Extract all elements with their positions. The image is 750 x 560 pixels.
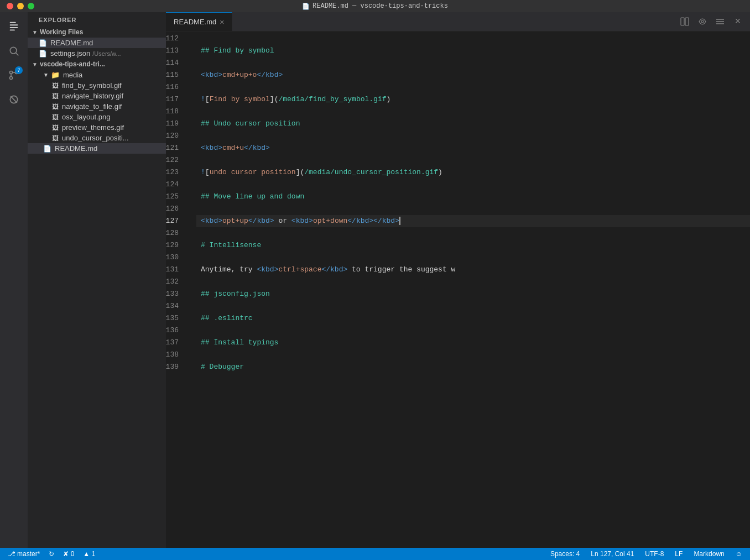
working-files-section[interactable]: ▼ Working Files	[28, 27, 166, 38]
code-line-135: ## .eslintrc	[196, 312, 750, 325]
svg-rect-1	[10, 24, 18, 25]
code-line-125: ## Move line up and down	[196, 191, 750, 203]
svg-point-6	[10, 71, 13, 74]
status-left: ⎇ master* ↻ ✘ 0 ▲ 1	[6, 548, 97, 560]
line-num-130: 130	[166, 252, 188, 264]
media-folder-arrow: ▼	[43, 72, 49, 78]
line-num-119: 119	[166, 118, 188, 130]
code-line-129: # Intellisense	[196, 239, 750, 252]
tab-close-icon[interactable]: ×	[220, 18, 224, 27]
line-num-135: 135	[166, 312, 188, 325]
svg-point-15	[701, 20, 704, 23]
split-editor-button[interactable]	[677, 14, 692, 29]
code-line-132	[196, 276, 750, 288]
more-actions-button[interactable]	[712, 14, 728, 29]
line-num-123: 123	[166, 166, 188, 179]
media-file-icon-1: 🖼	[52, 92, 59, 100]
face-status[interactable]: ☺	[733, 548, 744, 560]
line-col-status[interactable]: Ln 127, Col 41	[588, 548, 636, 560]
tab-actions: ×	[677, 12, 750, 31]
code-line-121: <kbd>cmd+u</kbd>	[196, 142, 750, 154]
close-dot[interactable]	[7, 3, 13, 9]
svg-rect-3	[10, 30, 15, 31]
media-file-3[interactable]: 🖼 osx_layout.png	[28, 112, 166, 122]
language-status[interactable]: Markdown	[691, 548, 726, 560]
sidebar-item-settings-working[interactable]: 📄 settings.json /Users/w...	[28, 48, 166, 59]
line-num-133: 133	[166, 288, 188, 300]
code-line-139: # Debugger	[196, 361, 750, 373]
sidebar-item-readme-project[interactable]: 📄 README.md	[28, 143, 166, 154]
code-line-130	[196, 252, 750, 264]
code-line-134	[196, 300, 750, 312]
sidebar-header: Explorer	[28, 12, 166, 27]
code-line-126	[196, 203, 750, 215]
project-folder-section[interactable]: ▼ vscode-tips-and-tri...	[28, 59, 166, 70]
line-ending-status[interactable]: LF	[673, 548, 685, 560]
code-line-114	[196, 57, 750, 69]
code-line-123: ![undo cursor position](/media/undo_curs…	[196, 166, 750, 179]
code-line-133: ## jsconfig.json	[196, 288, 750, 300]
media-file-5[interactable]: 🖼 undo_cursor_positi...	[28, 133, 166, 143]
debug-activity-icon[interactable]	[4, 90, 24, 109]
open-preview-button[interactable]	[695, 14, 710, 29]
svg-line-12	[11, 96, 17, 103]
code-line-127: <kbd>opt+up</kbd> or <kbd>opt+down</kbd>…	[196, 215, 750, 227]
readme-file-icon: 📄	[39, 39, 47, 47]
line-num-131: 131	[166, 264, 188, 276]
language-label: Markdown	[694, 550, 724, 558]
svg-point-4	[10, 47, 17, 54]
media-file-1[interactable]: 🖼 navigate_history.gif	[28, 91, 166, 101]
sync-status[interactable]: ↻	[46, 548, 56, 560]
explorer-activity-icon[interactable]	[4, 17, 24, 36]
code-line-122	[196, 154, 750, 166]
line-num-128: 128	[166, 227, 188, 239]
code-content[interactable]: ## Find by symbol <kbd>cmd+up+o</kbd> ![…	[196, 32, 750, 548]
window-controls[interactable]	[7, 3, 34, 9]
media-file-2[interactable]: 🖼 navigate_to_file.gif	[28, 101, 166, 112]
project-arrow: ▼	[32, 61, 38, 67]
maximize-dot[interactable]	[28, 3, 34, 9]
encoding-label: UTF-8	[645, 550, 664, 558]
errors-status[interactable]: ✘ 0	[61, 548, 76, 560]
working-files-arrow: ▼	[32, 29, 38, 35]
tab-bar: README.md ×	[166, 12, 750, 32]
code-line-119: ## Undo cursor position	[196, 118, 750, 130]
media-file-icon-3: 🖼	[52, 113, 59, 121]
media-folder-item[interactable]: ▼ 📁 media	[28, 70, 166, 80]
line-num-112: 112	[166, 33, 188, 45]
window-title: 📄 README.md — vscode-tips-and-tricks	[302, 2, 448, 10]
code-line-116	[196, 81, 750, 93]
sidebar-item-readme-working[interactable]: 📄 README.md	[28, 38, 166, 48]
line-num-122: 122	[166, 154, 188, 166]
svg-rect-2	[10, 27, 18, 28]
search-activity-icon[interactable]	[4, 41, 24, 61]
line-ending-label: LF	[675, 550, 683, 558]
line-num-125: 125	[166, 191, 188, 203]
svg-rect-13	[681, 18, 684, 25]
close-editor-button[interactable]: ×	[730, 14, 746, 29]
sync-icon: ↻	[49, 550, 54, 558]
git-branch-status[interactable]: ⎇ master*	[6, 548, 42, 560]
line-num-124: 124	[166, 179, 188, 191]
tab-readme[interactable]: README.md ×	[166, 12, 232, 31]
warnings-status[interactable]: ▲ 1	[81, 548, 97, 560]
git-activity-icon[interactable]: 7	[4, 65, 24, 85]
status-right: Spaces: 4 Ln 127, Col 41 UTF-8 LF Markdo…	[548, 548, 744, 560]
minimize-dot[interactable]	[17, 3, 24, 9]
line-num-121: 121	[166, 142, 188, 154]
spaces-status[interactable]: Spaces: 4	[548, 548, 582, 560]
code-line-138	[196, 349, 750, 361]
line-num-138: 138	[166, 349, 188, 361]
tab-readme-label: README.md	[174, 18, 216, 26]
working-files-label: Working Files	[40, 28, 83, 36]
media-file-icon-2: 🖼	[52, 103, 59, 111]
activity-bar: 7	[0, 12, 28, 548]
code-line-124	[196, 179, 750, 191]
project-folder-label: vscode-tips-and-tri...	[40, 60, 105, 68]
code-line-112	[196, 33, 750, 45]
media-file-0[interactable]: 🖼 find_by_symbol.gif	[28, 80, 166, 91]
line-num-136: 136	[166, 325, 188, 337]
status-bar: ⎇ master* ↻ ✘ 0 ▲ 1 Spaces: 4 Ln 127, Co…	[0, 548, 750, 560]
encoding-status[interactable]: UTF-8	[643, 548, 666, 560]
media-file-4[interactable]: 🖼 preview_themes.gif	[28, 122, 166, 133]
